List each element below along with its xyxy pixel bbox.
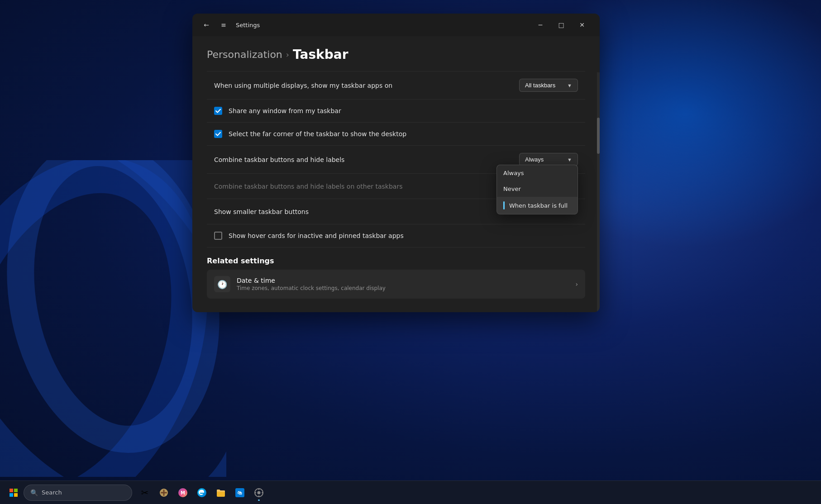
multiple-displays-value: All taskbars [525,82,555,89]
svg-rect-6 [14,493,18,497]
option-when-full-label: When taskbar is full [509,202,568,209]
window-controls: ─ □ ✕ [530,18,592,32]
window-titlebar: ← ≡ Settings ─ □ ✕ [192,14,600,36]
share-window-checkbox[interactable] [214,107,222,115]
date-time-subtitle: Time zones, automatic clock settings, ca… [237,285,569,291]
svg-rect-21 [262,492,263,493]
taskbar: 🔍 Search ✂️ M [0,480,821,504]
combine-taskbar-dropdown-popup: Always Never When taskbar is full [496,165,578,214]
svg-rect-18 [258,489,259,490]
search-text: Search [42,489,62,496]
breadcrumb-current: Taskbar [293,47,348,62]
option-never[interactable]: Never [497,181,578,197]
scroll-thumb[interactable] [597,118,600,154]
checkmark-icon [215,109,221,113]
option-when-full[interactable]: When taskbar is full [497,197,578,214]
combine-taskbar-label: Combine taskbar buttons and hide labels [214,156,519,163]
svg-point-17 [258,491,261,494]
settings-list: When using multiple displays, show my ta… [207,71,585,247]
window-title: Settings [236,22,526,29]
hover-cards-label: Show hover cards for inactive and pinned… [229,232,404,239]
svg-rect-4 [14,489,18,492]
combine-taskbar-dropdown[interactable]: Always ▼ [519,153,578,166]
breadcrumb-parent[interactable]: Personalization [207,49,282,60]
date-time-chevron: › [575,281,578,288]
hover-cards-row: Show hover cards for inactive and pinned… [207,224,585,247]
maximize-button[interactable]: □ [551,18,572,32]
minimize-button[interactable]: ─ [530,18,551,32]
start-button[interactable] [5,485,22,501]
checkmark-icon-2 [215,132,221,136]
ms-store-taskbar-icon[interactable]: 🛍 [231,484,249,502]
show-desktop-checkbox[interactable] [214,130,222,138]
show-desktop-label: Select the far corner of the taskbar to … [229,130,406,138]
multiple-displays-row: When using multiple displays, show my ta… [207,71,585,100]
share-window-label: Share any window from my taskbar [229,107,341,114]
svg-rect-20 [255,492,256,493]
related-settings-title: Related settings [207,247,585,270]
show-desktop-row: Select the far corner of the taskbar to … [207,123,585,146]
multiple-displays-control: All taskbars ▼ [519,79,578,92]
snipping-tool-taskbar-icon[interactable]: ✂️ [136,484,154,502]
taskbar-icons: ✂️ M [136,484,268,502]
settings-taskbar-icon-btn[interactable] [250,484,268,502]
combine-taskbar-row: Combine taskbar buttons and hide labels … [207,146,585,174]
date-time-text: Date & time Time zones, automatic clock … [237,277,569,291]
option-always[interactable]: Always [497,165,578,181]
search-icon: 🔍 [30,489,38,496]
combine-taskbar-arrow: ▼ [567,157,572,162]
breadcrumb: Personalization › Taskbar [207,47,585,62]
svg-rect-19 [258,495,259,497]
svg-text:M: M [181,490,185,495]
windows-logo-icon [10,489,18,497]
svg-rect-5 [10,493,13,497]
breadcrumb-separator: › [286,50,289,59]
back-button[interactable]: ← [200,18,213,32]
combine-taskbar-value: Always [525,156,544,163]
hover-cards-checkbox[interactable] [214,232,222,240]
option-never-label: Never [503,185,521,192]
combine-taskbar-control: Always ▼ [519,153,578,166]
taskbar-search-bar[interactable]: 🔍 Search [24,485,132,501]
svg-rect-9 [161,492,167,493]
date-time-title: Date & time [237,277,569,284]
window-content: Personalization › Taskbar When using mul… [192,36,600,312]
multiple-displays-label: When using multiple displays, show my ta… [214,82,519,89]
microsoft-designer-taskbar-icon[interactable]: M [174,484,192,502]
scroll-track[interactable] [597,72,600,312]
edge-taskbar-icon[interactable] [193,484,211,502]
file-explorer-taskbar-icon[interactable] [212,484,230,502]
multiple-displays-dropdown[interactable]: All taskbars ▼ [519,79,578,92]
hamburger-menu-button[interactable]: ≡ [217,18,230,32]
share-window-row: Share any window from my taskbar [207,100,585,123]
date-time-related-item[interactable]: 🕐 Date & time Time zones, automatic cloc… [207,270,585,299]
date-time-icon: 🕐 [214,276,230,292]
svg-rect-3 [10,489,13,492]
related-settings-section: Related settings 🕐 Date & time Time zone… [207,247,585,299]
multiple-displays-arrow: ▼ [567,83,572,88]
settings-window: ← ≡ Settings ─ □ ✕ Personalization › Tas… [192,14,600,312]
option-always-label: Always [503,170,524,176]
selected-indicator [503,201,505,209]
svg-text:🛍: 🛍 [238,490,242,495]
tools-taskbar-icon[interactable] [155,484,173,502]
close-button[interactable]: ✕ [572,18,592,32]
